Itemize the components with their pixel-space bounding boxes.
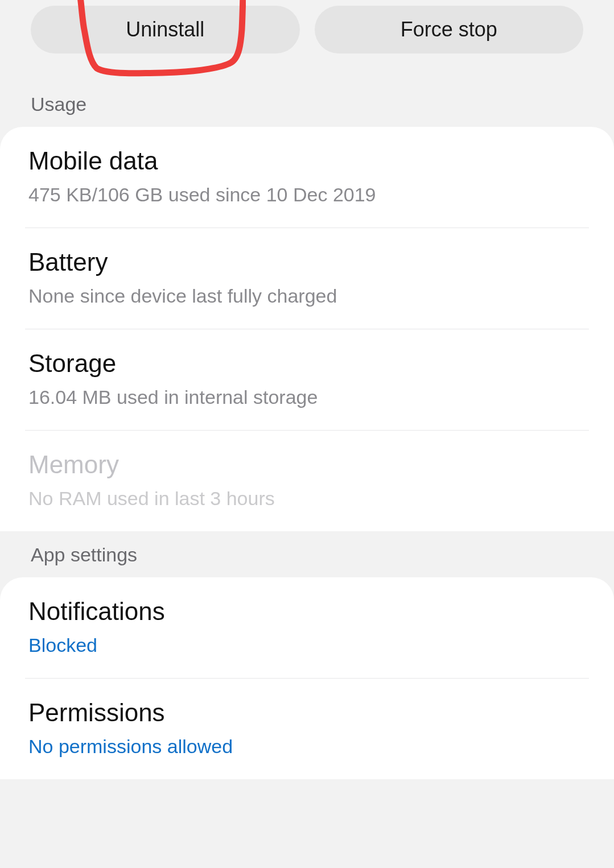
action-button-row: Uninstall Force stop <box>0 0 614 53</box>
force-stop-button[interactable]: Force stop <box>315 6 584 53</box>
notifications-title: Notifications <box>28 597 583 627</box>
permissions-title: Permissions <box>28 698 583 728</box>
app-settings-card: Notifications Blocked Permissions No per… <box>0 577 614 779</box>
permissions-row[interactable]: Permissions No permissions allowed <box>0 679 614 779</box>
usage-card: Mobile data 475 KB/106 GB used since 10 … <box>0 127 614 531</box>
battery-title: Battery <box>28 247 583 278</box>
mobile-data-row[interactable]: Mobile data 475 KB/106 GB used since 10 … <box>0 127 614 228</box>
uninstall-button-label: Uninstall <box>126 18 204 42</box>
mobile-data-subtitle: 475 KB/106 GB used since 10 Dec 2019 <box>28 182 583 207</box>
mobile-data-title: Mobile data <box>28 146 583 176</box>
storage-row[interactable]: Storage 16.04 MB used in internal storag… <box>0 329 614 430</box>
memory-title: Memory <box>28 450 583 480</box>
battery-row[interactable]: Battery None since device last fully cha… <box>0 228 614 329</box>
storage-subtitle: 16.04 MB used in internal storage <box>28 385 583 410</box>
notifications-row[interactable]: Notifications Blocked <box>0 577 614 678</box>
force-stop-button-label: Force stop <box>401 18 497 42</box>
memory-subtitle: No RAM used in last 3 hours <box>28 486 583 511</box>
uninstall-button[interactable]: Uninstall <box>31 6 300 53</box>
app-settings-section-header: App settings <box>0 544 614 577</box>
usage-section-header: Usage <box>0 93 614 127</box>
battery-subtitle: None since device last fully charged <box>28 283 583 308</box>
memory-row: Memory No RAM used in last 3 hours <box>0 431 614 531</box>
storage-title: Storage <box>28 349 583 379</box>
notifications-subtitle: Blocked <box>28 633 583 658</box>
permissions-subtitle: No permissions allowed <box>28 734 583 759</box>
